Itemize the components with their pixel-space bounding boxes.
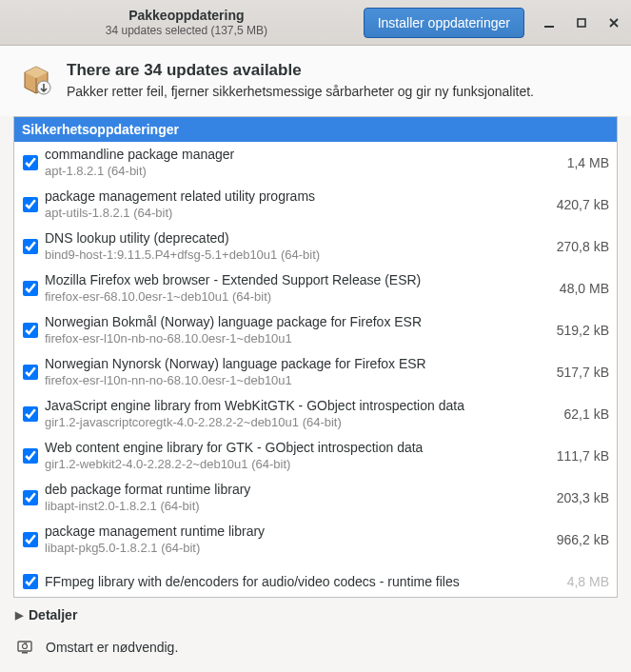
update-package: apt-utils-1.8.2.1 (64-bit) — [45, 206, 547, 222]
update-title: FFmpeg library with de/encoders for audi… — [45, 573, 558, 590]
update-package: firefox-esr-l10n-nb-no-68.10.0esr-1~deb1… — [45, 331, 547, 347]
update-size: 966,2 kB — [557, 532, 609, 547]
updates-list-frame: Sikkerhetsoppdateringer commandline pack… — [13, 116, 618, 598]
restart-label: Omstart er nødvendig. — [46, 640, 178, 655]
window-controls — [542, 15, 621, 30]
info-header: There are 34 updates available Pakker re… — [0, 46, 631, 116]
package-icon — [19, 63, 53, 97]
update-size: 203,3 kB — [557, 490, 609, 505]
update-checkbox[interactable] — [23, 574, 38, 589]
update-checkbox-wrap — [20, 574, 41, 589]
update-main: JavaScript engine library from WebKitGTK… — [45, 397, 555, 430]
update-title: DNS lookup utility (deprecated) — [45, 229, 547, 247]
svg-rect-0 — [544, 26, 554, 28]
update-main: package management related utility progr… — [45, 188, 547, 221]
window-title: Pakkeoppdatering — [10, 8, 364, 24]
svg-rect-1 — [578, 19, 585, 27]
update-size: 420,7 kB — [557, 197, 609, 212]
update-main: commandline package managerapt-1.8.2.1 (… — [45, 146, 558, 179]
update-title: package management runtime library — [45, 523, 547, 540]
update-package: firefox-esr-68.10.0esr-1~deb10u1 (64-bit… — [45, 289, 550, 306]
restart-icon — [15, 638, 34, 657]
update-checkbox-wrap — [20, 532, 41, 547]
maximize-button[interactable] — [574, 15, 589, 30]
update-main: Web content engine library for GTK - GOb… — [45, 439, 547, 472]
update-package: firefox-esr-l10n-nn-no-68.10.0esr-1~deb1… — [45, 373, 547, 389]
update-row[interactable]: package management related utility progr… — [14, 184, 617, 226]
updates-subheading: Pakker retter feil, fjerner sikkerhetsme… — [67, 84, 534, 99]
update-checkbox[interactable] — [23, 406, 38, 422]
update-main: Norwegian Bokmål (Norway) language packa… — [45, 313, 547, 346]
update-size: 519,2 kB — [557, 323, 609, 338]
update-package: libapt-pkg5.0-1.8.2.1 (64-bit) — [45, 541, 547, 557]
update-title: Norwegian Nynorsk (Norway) language pack… — [45, 355, 547, 372]
updates-list[interactable]: commandline package managerapt-1.8.2.1 (… — [14, 142, 617, 597]
update-title: Web content engine library for GTK - GOb… — [45, 439, 547, 456]
details-label: Detaljer — [29, 607, 77, 623]
update-size: 111,7 kB — [557, 448, 609, 464]
update-checkbox-wrap — [20, 448, 41, 464]
svg-point-5 — [23, 644, 28, 649]
update-row[interactable]: Web content engine library for GTK - GOb… — [14, 435, 617, 477]
svg-rect-4 — [22, 652, 28, 654]
window-subtitle: 34 updates selected (137,5 MB) — [10, 24, 364, 37]
update-checkbox-wrap — [20, 323, 41, 338]
update-checkbox-wrap — [20, 490, 41, 505]
minimize-button[interactable] — [542, 15, 557, 30]
update-checkbox[interactable] — [23, 239, 38, 254]
update-package: bind9-host-1:9.11.5.P4+dfsg-5.1+deb10u1 … — [45, 247, 547, 264]
update-main: Norwegian Nynorsk (Norway) language pack… — [45, 355, 547, 388]
chevron-right-icon: ▶ — [15, 609, 23, 622]
updates-heading: There are 34 updates available — [67, 61, 534, 80]
update-title: deb package format runtime library — [45, 481, 547, 498]
install-updates-button[interactable]: Installer oppdateringer — [364, 8, 524, 38]
restart-notice: Omstart er nødvendig. — [0, 630, 631, 672]
update-row[interactable]: Norwegian Bokmål (Norway) language packa… — [14, 309, 617, 351]
update-checkbox[interactable] — [23, 532, 38, 547]
update-main: DNS lookup utility (deprecated)bind9-hos… — [45, 229, 547, 263]
update-checkbox[interactable] — [23, 448, 38, 464]
update-title: commandline package manager — [45, 146, 558, 163]
update-checkbox[interactable] — [23, 197, 38, 212]
update-checkbox-wrap — [20, 406, 41, 422]
titlebar-center: Pakkeoppdatering 34 updates selected (13… — [10, 8, 364, 37]
update-main: package management runtime librarylibapt… — [45, 523, 547, 556]
close-button[interactable] — [606, 15, 621, 30]
update-checkbox-wrap — [20, 239, 41, 254]
update-size: 1,4 MB — [567, 155, 609, 170]
update-main: Mozilla Firefox web browser - Extended S… — [45, 271, 550, 305]
update-row[interactable]: package management runtime librarylibapt… — [14, 519, 617, 561]
info-text: There are 34 updates available Pakker re… — [67, 61, 534, 99]
update-row[interactable]: commandline package managerapt-1.8.2.1 (… — [14, 142, 617, 184]
update-row[interactable]: JavaScript engine library from WebKitGTK… — [14, 393, 617, 435]
update-size: 517,7 kB — [557, 365, 609, 380]
update-row[interactable]: DNS lookup utility (deprecated)bind9-hos… — [14, 226, 617, 267]
update-checkbox[interactable] — [23, 490, 38, 505]
update-checkbox-wrap — [20, 365, 41, 380]
update-title: package management related utility progr… — [45, 188, 547, 205]
update-title: Mozilla Firefox web browser - Extended S… — [45, 271, 550, 288]
update-checkbox[interactable] — [23, 155, 38, 170]
update-checkbox-wrap — [20, 197, 41, 212]
update-checkbox[interactable] — [23, 365, 38, 380]
update-row[interactable]: Mozilla Firefox web browser - Extended S… — [14, 267, 617, 309]
update-package: gir1.2-javascriptcoregtk-4.0-2.28.2-2~de… — [45, 415, 555, 431]
details-expander[interactable]: ▶ Detaljer — [0, 598, 631, 630]
titlebar: Pakkeoppdatering 34 updates selected (13… — [0, 0, 631, 46]
update-size: 270,8 kB — [557, 239, 609, 254]
update-main: FFmpeg library with de/encoders for audi… — [45, 573, 558, 590]
update-checkbox-wrap — [20, 281, 41, 296]
update-checkbox-wrap — [20, 155, 41, 170]
update-row[interactable]: Norwegian Nynorsk (Norway) language pack… — [14, 351, 617, 393]
update-row[interactable]: FFmpeg library with de/encoders for audi… — [14, 561, 617, 597]
update-row[interactable]: deb package format runtime librarylibapt… — [14, 477, 617, 519]
update-size: 48,0 MB — [560, 281, 609, 296]
update-title: Norwegian Bokmål (Norway) language packa… — [45, 313, 547, 330]
update-checkbox[interactable] — [23, 323, 38, 338]
update-size: 62,1 kB — [564, 406, 609, 422]
update-main: deb package format runtime librarylibapt… — [45, 481, 547, 514]
update-size: 4,8 MB — [567, 574, 609, 589]
update-package: apt-1.8.2.1 (64-bit) — [45, 164, 558, 180]
update-package: gir1.2-webkit2-4.0-2.28.2-2~deb10u1 (64-… — [45, 457, 547, 473]
update-checkbox[interactable] — [23, 281, 38, 296]
